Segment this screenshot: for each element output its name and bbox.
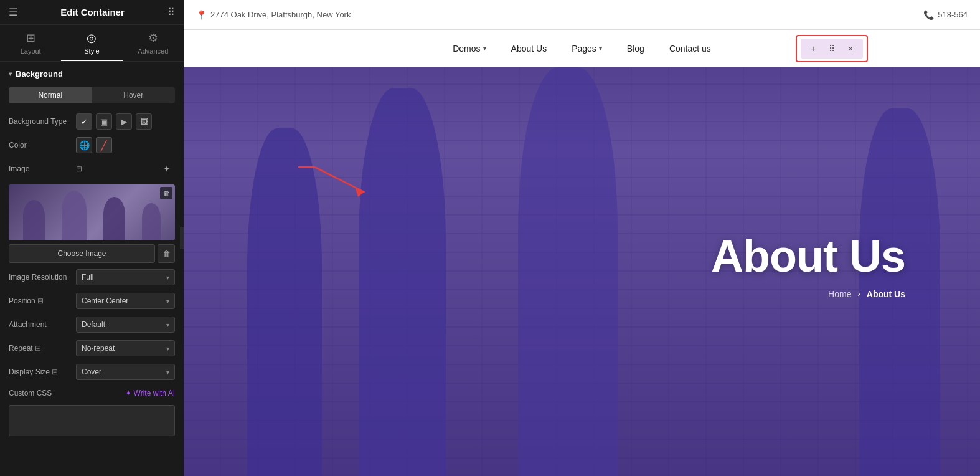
custom-css-label: Custom CSS: [9, 389, 52, 397]
red-arrow-annotation: [296, 155, 395, 219]
panel-tabs: ⊞ Layout ◎ Style ⚙ Advanced: [0, 25, 184, 62]
phone-bar: 📞 518-564: [923, 10, 968, 20]
custom-css-row: Custom CSS ✦ Write with AI: [0, 384, 184, 402]
tab-layout[interactable]: ⊞ Layout: [0, 25, 61, 61]
resolution-chevron-icon: ▾: [166, 274, 169, 281]
color-picker-btn[interactable]: ╱: [96, 137, 112, 153]
choose-image-btn[interactable]: Choose Image: [9, 244, 155, 263]
demos-chevron-icon: ▾: [483, 45, 486, 52]
bg-type-gradient-btn[interactable]: 🖼: [136, 113, 152, 130]
left-panel: ☰ Edit Container ⠿ ⊞ Layout ◎ Style ⚙ Ad…: [0, 0, 184, 476]
location-icon: 📍: [196, 10, 207, 20]
image-resolution-label: Image Resolution: [9, 273, 71, 282]
display-size-row: Display Size ⊟ Cover ▾: [0, 360, 184, 384]
background-type-row: Background Type ✓ ▣ ▶ 🖼: [0, 110, 184, 133]
hero-content: About Us Home › About Us: [184, 67, 980, 476]
background-type-controls: ✓ ▣ ▶ 🖼: [76, 113, 175, 130]
background-section-title: Background: [16, 69, 63, 79]
image-label-row: Image ⊟ ✦: [0, 157, 184, 181]
image-preview-area: 🗑: [9, 184, 175, 240]
toolbar-drag-btn[interactable]: ⠿: [824, 41, 839, 56]
ai-sparkle-icon: ✦: [125, 389, 131, 397]
svg-marker-1: [355, 187, 364, 197]
attachment-chevron-icon: ▾: [166, 321, 169, 328]
bg-type-none-btn[interactable]: ✓: [76, 113, 92, 130]
phone-text: 518-564: [938, 10, 968, 19]
breadcrumb-current: About Us: [867, 289, 905, 299]
write-with-ai-btn[interactable]: ✦ Write with AI: [125, 389, 175, 397]
toolbar-add-btn[interactable]: +: [806, 41, 821, 56]
phone-icon: 📞: [923, 10, 934, 20]
main-area: 📍 2774 Oak Drive, Plattsburgh, New York …: [184, 0, 980, 476]
floating-toolbar-inner: + ⠿ ×: [801, 39, 863, 59]
panel-body: ▾ Background Normal Hover Background Typ…: [0, 62, 184, 476]
repeat-select[interactable]: No-repeat ▾: [76, 340, 175, 356]
display-size-label: Display Size ⊟: [9, 368, 71, 376]
floating-toolbar: + ⠿ ×: [796, 35, 868, 62]
advanced-icon: ⚙: [148, 31, 158, 45]
position-label: Position ⊟: [9, 297, 71, 305]
collapse-arrow-icon: ▾: [9, 70, 12, 77]
nav-item-demos[interactable]: Demos ▾: [453, 44, 486, 54]
attachment-label: Attachment: [9, 320, 71, 329]
address-text: 2774 Oak Drive, Plattsburgh, New York: [210, 10, 351, 19]
hero-title: About Us: [711, 232, 905, 281]
nav-item-contact[interactable]: Contact us: [669, 44, 711, 54]
image-delete-btn[interactable]: 🗑: [160, 187, 172, 199]
normal-toggle-btn[interactable]: Normal: [9, 87, 92, 103]
hamburger-icon[interactable]: ☰: [9, 6, 17, 18]
nav-bar: Demos ▾ About Us Pages ▾ Blog Contact us…: [184, 30, 980, 67]
repeat-responsive-icon: ⊟: [35, 344, 41, 353]
repeat-row: Repeat ⊟ No-repeat ▾: [0, 336, 184, 360]
color-globe-btn[interactable]: 🌐: [76, 137, 92, 153]
image-label: Image: [9, 164, 71, 173]
bg-type-color-btn[interactable]: ▣: [96, 113, 112, 130]
color-label: Color: [9, 141, 71, 150]
bg-type-video-btn[interactable]: ▶: [116, 113, 132, 130]
image-resolution-row: Image Resolution Full ▾: [0, 265, 184, 289]
style-icon: ◎: [87, 31, 97, 45]
breadcrumb-home: Home: [828, 289, 851, 299]
nav-item-pages[interactable]: Pages ▾: [572, 44, 602, 54]
image-link-icon[interactable]: ✦: [159, 161, 175, 177]
image-preview: [9, 184, 175, 240]
custom-css-textarea[interactable]: [9, 405, 175, 436]
tab-style[interactable]: ◎ Style: [61, 25, 122, 61]
tab-advanced[interactable]: ⚙ Advanced: [123, 25, 184, 61]
position-row: Position ⊟ Center Center ▾: [0, 289, 184, 313]
panel-title: Edit Container: [17, 7, 167, 17]
toolbar-close-btn[interactable]: ×: [843, 41, 858, 56]
hero-breadcrumb: Home › About Us: [828, 289, 905, 299]
layout-icon: ⊞: [26, 31, 35, 45]
grid-icon[interactable]: ⠿: [167, 6, 175, 18]
attachment-row: Attachment Default ▾: [0, 313, 184, 336]
image-resolution-select[interactable]: Full ▾: [76, 269, 175, 285]
panel-collapse-btn[interactable]: ‹: [180, 227, 184, 249]
delete-image-btn[interactable]: 🗑: [158, 244, 175, 263]
color-row: Color 🌐 ╱: [0, 133, 184, 157]
background-type-label: Background Type: [9, 117, 71, 126]
pages-chevron-icon: ▾: [599, 45, 602, 52]
color-controls: 🌐 ╱: [76, 137, 175, 153]
hero-section: About Us Home › About Us: [184, 67, 980, 476]
position-chevron-icon: ▾: [166, 298, 169, 305]
display-size-select[interactable]: Cover ▾: [76, 364, 175, 380]
image-responsive-icon: ⊟: [76, 164, 82, 173]
breadcrumb-separator-icon: ›: [857, 289, 860, 298]
choose-image-row: Choose Image 🗑: [9, 244, 175, 263]
repeat-label: Repeat ⊟: [9, 344, 71, 353]
position-select[interactable]: Center Center ▾: [76, 293, 175, 309]
hover-toggle-btn[interactable]: Hover: [92, 87, 176, 103]
top-bar: 📍 2774 Oak Drive, Plattsburgh, New York …: [184, 0, 980, 30]
background-section-header[interactable]: ▾ Background: [0, 62, 184, 83]
display-size-responsive-icon: ⊟: [52, 368, 58, 376]
image-controls: ⊟ ✦: [76, 161, 175, 177]
attachment-select[interactable]: Default ▾: [76, 317, 175, 333]
panel-header: ☰ Edit Container ⠿: [0, 0, 184, 25]
repeat-chevron-icon: ▾: [166, 345, 169, 352]
nav-item-blog[interactable]: Blog: [627, 44, 644, 54]
nav-item-about[interactable]: About Us: [511, 44, 547, 54]
normal-hover-toggle: Normal Hover: [9, 87, 175, 103]
display-size-chevron-icon: ▾: [166, 369, 169, 376]
position-responsive-icon: ⊟: [37, 297, 44, 305]
